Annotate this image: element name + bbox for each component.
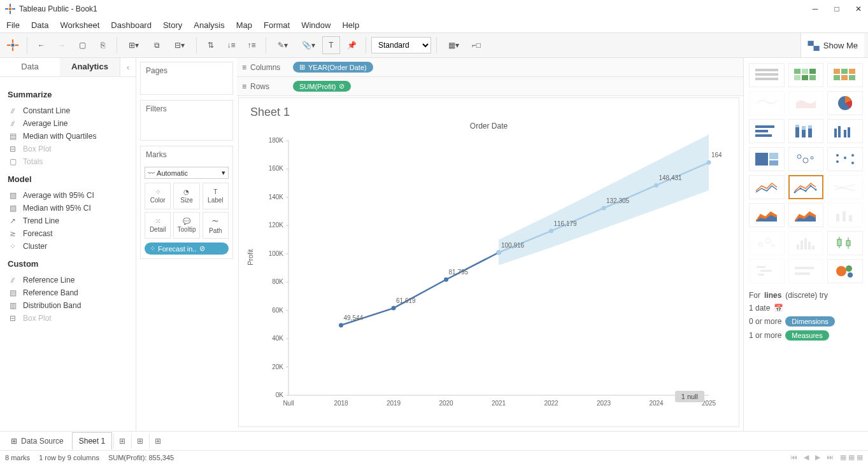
analytics-trend-line[interactable]: ↗Trend Line — [8, 214, 128, 227]
sort-desc-button[interactable]: ↑≡ — [243, 36, 260, 54]
group-button[interactable]: 📎▾ — [297, 36, 320, 54]
chart-type-box-plot[interactable] — [827, 231, 863, 255]
new-worksheet-button[interactable]: ⊞ — [113, 433, 130, 449]
chart-type-circle-views[interactable] — [788, 147, 824, 171]
show-cards-button[interactable]: ▦▾ — [442, 36, 465, 54]
chart-type-side-bar[interactable] — [827, 119, 863, 143]
highlight-button[interactable]: ✎▾ — [271, 36, 294, 54]
svg-rect-110 — [800, 241, 803, 250]
chart-type-stacked-bar[interactable] — [788, 119, 824, 143]
fit-select[interactable]: Standard — [371, 37, 431, 53]
tab-sheet-1[interactable]: Sheet 1 — [72, 432, 112, 450]
nav-first-icon[interactable]: ⏮ — [790, 453, 797, 461]
menu-file[interactable]: File — [6, 20, 20, 30]
svg-text:116,179: 116,179 — [554, 220, 578, 227]
menu-dashboard[interactable]: Dashboard — [111, 20, 152, 30]
analytics-median-quartiles[interactable]: ▤Median with Quartiles — [8, 130, 128, 143]
analytics-average-line[interactable]: ⫽Average Line — [8, 117, 128, 130]
presentation-button[interactable]: ⌐□ — [467, 36, 485, 54]
new-data-button[interactable]: ⎘ — [94, 36, 111, 54]
new-story-button[interactable]: ⊞ — [149, 433, 166, 449]
new-dashboard-button[interactable]: ⊞ — [131, 433, 148, 449]
analytics-dist-band[interactable]: ▥Distribution Band — [8, 299, 128, 312]
swap-button[interactable]: ⇅ — [202, 36, 220, 54]
rows-pill[interactable]: SUM(Profit)⊘ — [293, 81, 351, 92]
labels-button[interactable]: T — [322, 36, 340, 54]
chart-type-dual-line[interactable] — [827, 175, 863, 199]
chart-type-packed-bubbles[interactable] — [827, 259, 863, 283]
columns-shelf[interactable]: ≡Columns ⊞YEAR(Order Date) — [237, 58, 743, 77]
filters-card[interactable]: Filters — [140, 100, 233, 141]
maximize-button[interactable]: □ — [832, 4, 841, 13]
close-button[interactable]: ✕ — [854, 4, 863, 13]
chart-type-area-continuous[interactable] — [749, 203, 785, 227]
chart-type-scatter[interactable] — [749, 231, 785, 255]
rows-shelf[interactable]: ≡Rows SUM(Profit)⊘ — [237, 77, 743, 96]
analytics-median-ci[interactable]: ▧Median with 95% CI — [8, 202, 128, 214]
summarize-heading: Summarize — [8, 90, 128, 99]
chart-type-filled-map[interactable] — [788, 91, 824, 115]
chart-type-text-table[interactable] — [749, 63, 785, 87]
redo-button[interactable]: → — [53, 36, 71, 54]
clear-button[interactable]: ⊟▾ — [168, 36, 191, 54]
analytics-cluster[interactable]: ⁘Cluster — [8, 240, 128, 253]
analytics-forecast[interactable]: ≳Forecast — [8, 227, 128, 240]
show-me-button[interactable]: ▀▄ Show Me — [800, 33, 864, 57]
chart-type-gantt[interactable] — [749, 259, 785, 283]
new-worksheet-button[interactable]: ⊞▾ — [122, 36, 145, 54]
menu-format[interactable]: Format — [264, 20, 290, 30]
analytics-ref-band[interactable]: ▤Reference Band — [8, 286, 128, 299]
columns-pill[interactable]: ⊞YEAR(Order Date) — [293, 62, 373, 73]
undo-button[interactable]: ← — [32, 36, 50, 54]
mark-tooltip[interactable]: 💬Tooltip — [173, 212, 199, 239]
chart-type-symbol-map[interactable] — [749, 91, 785, 115]
menu-help[interactable]: Help — [342, 20, 359, 30]
menu-story[interactable]: Story — [163, 20, 182, 30]
view-grid-icon[interactable]: ▦ ▦ ▦ — [840, 453, 863, 461]
nav-prev-icon[interactable]: ◀ — [804, 453, 809, 461]
chart-type-line-continuous[interactable] — [749, 175, 785, 199]
analytics-avg-ci[interactable]: ▧Average with 95% CI — [8, 189, 128, 202]
menu-analysis[interactable]: Analysis — [194, 20, 224, 30]
null-badge[interactable]: 1 null — [675, 391, 704, 402]
tab-analytics[interactable]: Analytics — [60, 58, 120, 76]
analytics-ref-line[interactable]: ⫽Reference Line — [8, 274, 128, 286]
mark-label[interactable]: TLabel — [203, 183, 229, 209]
forecast-pill[interactable]: ⁘Forecast in..⊘ — [145, 243, 229, 255]
chart-type-heat-map[interactable] — [788, 63, 824, 87]
tab-data-source[interactable]: ⊞Data Source — [4, 432, 71, 450]
menu-data[interactable]: Data — [31, 20, 48, 30]
save-button[interactable]: ▢ — [73, 36, 91, 54]
sort-asc-button[interactable]: ↓≡ — [222, 36, 240, 54]
tableau-icon[interactable] — [4, 36, 22, 54]
menu-window[interactable]: Window — [301, 20, 331, 30]
chart-type-side-circle[interactable] — [827, 147, 863, 171]
tab-data[interactable]: Data — [0, 58, 60, 76]
collapse-side-button[interactable]: ‹ — [120, 58, 136, 76]
minimize-button[interactable]: ─ — [811, 4, 820, 13]
analytics-constant-line[interactable]: ⫽Constant Line — [8, 104, 128, 117]
sheet-title[interactable]: Sheet 1 — [250, 106, 727, 119]
pages-card[interactable]: Pages — [140, 62, 233, 95]
chart-type-hbar[interactable] — [749, 119, 785, 143]
nav-next-icon[interactable]: ▶ — [815, 453, 820, 461]
mark-color[interactable]: ⁘Color — [145, 183, 171, 209]
pin-button[interactable]: 📌 — [343, 36, 360, 54]
chart-type-treemap[interactable] — [749, 147, 785, 171]
chart-type-highlight-table[interactable] — [827, 63, 863, 87]
mark-path[interactable]: 〜Path — [203, 212, 229, 239]
chart-type-line-discrete[interactable] — [788, 175, 824, 199]
mark-detail[interactable]: ⁙Detail — [145, 212, 171, 239]
menu-map[interactable]: Map — [236, 20, 252, 30]
status-rowcol: 1 row by 9 columns — [39, 454, 99, 461]
chart-type-area-discrete[interactable] — [788, 203, 824, 227]
chart-type-histogram[interactable] — [788, 231, 824, 255]
chart-type-dual-combo[interactable] — [827, 203, 863, 227]
nav-last-icon[interactable]: ⏭ — [827, 453, 834, 461]
menu-worksheet[interactable]: Worksheet — [60, 20, 99, 30]
mark-size[interactable]: ◔Size — [173, 183, 199, 209]
mark-type-select[interactable]: 〰 Automatic▾ — [145, 167, 229, 179]
chart-type-pie[interactable] — [827, 91, 863, 115]
chart-type-bullet[interactable] — [788, 259, 824, 283]
duplicate-button[interactable]: ⧉ — [148, 36, 166, 54]
